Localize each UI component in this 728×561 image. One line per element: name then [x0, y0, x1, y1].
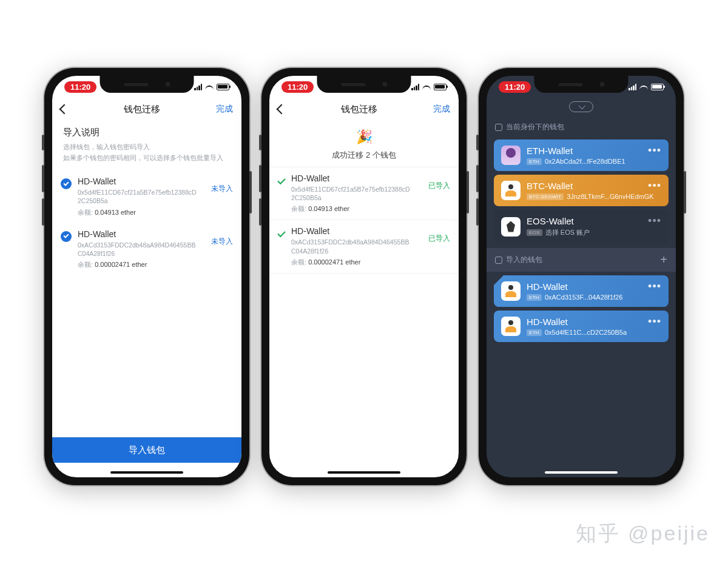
wallet-status: 已导入 — [428, 173, 450, 191]
wallet-status: 未导入 — [211, 229, 233, 247]
wallet-balance: 余额: 0.00002471 ether — [291, 258, 428, 267]
more-icon[interactable]: ••• — [648, 215, 661, 227]
wallet-address: 0xACd3153FDDC2db48aA984D46455BBC04A28f1f… — [291, 238, 413, 255]
checkmark-icon — [277, 229, 285, 237]
wallet-name: HD-Wallet — [527, 317, 661, 327]
back-icon[interactable] — [59, 104, 70, 115]
wallet-avatar — [501, 146, 521, 165]
wallet-card-eth[interactable]: ••• ETH-Wallet ETH0x2AbCda2f...fFe28dDBE… — [494, 139, 669, 171]
chain-tag: EOS — [527, 229, 542, 236]
wallet-row[interactable]: HD-Wallet 0xACd3153FDDC2db48aA984D46455B… — [269, 220, 459, 272]
chain-tag: BTC-SEGWIT — [527, 193, 564, 200]
section-header-imported: 导入的钱包 + — [487, 248, 676, 272]
status-time: 11:20 — [64, 81, 96, 93]
chain-tag: ETH — [527, 294, 542, 301]
wallet-balance: 余额: 0.00002471 ether — [78, 260, 211, 269]
wallet-name: BTC-Wallet — [527, 181, 661, 191]
home-indicator[interactable] — [328, 471, 400, 474]
wallet-balance: 余额: 0.04913 ether — [291, 204, 428, 213]
nav-title: 钱包迁移 — [341, 104, 377, 115]
wallet-status: 已导入 — [428, 226, 450, 244]
wallet-row[interactable]: HD-Wallet 0x5d4fE11CD67cf21a5B7e75efb123… — [269, 167, 459, 220]
home-indicator[interactable] — [110, 471, 183, 474]
import-wallet-button[interactable]: 导入钱包 — [52, 437, 241, 463]
wallet-address: 选择 EOS 账户 — [545, 228, 590, 237]
wallet-avatar — [501, 217, 521, 237]
status-icons — [411, 84, 447, 90]
section-title: 导入的钱包 — [506, 255, 542, 265]
section-header-identity: 当前身份下的钱包 — [487, 118, 676, 136]
wallet-balance: 余额: 0.04913 ether — [78, 208, 211, 217]
signal-icon — [629, 84, 636, 90]
chain-tag: ETH — [527, 329, 542, 336]
wallet-name: HD-Wallet — [78, 176, 211, 186]
wallet-name: HD-Wallet — [291, 173, 428, 183]
device-notch — [317, 76, 411, 93]
battery-icon — [651, 84, 664, 90]
wallet-card-btc[interactable]: ••• BTC-Wallet BTC-SEGWIT3Jnz8LTkmF...G6… — [494, 175, 669, 206]
more-icon[interactable]: ••• — [648, 315, 661, 328]
watermark: 知乎 @peijie — [576, 520, 710, 548]
wallet-name: HD-Wallet — [78, 229, 211, 239]
wallet-name: EOS-Wallet — [527, 216, 661, 226]
wallet-address: 0x2AbCda2f...fFe28dDBE1 — [545, 158, 625, 165]
section-title: 当前身份下的钱包 — [506, 122, 564, 132]
status-icons — [194, 84, 229, 90]
intro-sub1: 选择钱包，输入钱包密码导入 — [63, 142, 231, 153]
imported-icon — [495, 257, 502, 264]
done-button[interactable]: 完成 — [216, 104, 233, 115]
signal-icon — [411, 84, 419, 90]
wifi-icon — [639, 86, 648, 92]
nav-bar: 钱包迁移 完成 — [52, 98, 241, 121]
checkbox-checked-icon[interactable] — [61, 178, 72, 189]
status-icons — [629, 84, 664, 90]
confetti-icon: 🎉 — [269, 129, 459, 145]
phone-3: 11:20 当前身份下的钱包 ••• ETH-Walle — [479, 68, 684, 485]
checkbox-checked-icon[interactable] — [61, 231, 72, 242]
add-wallet-button[interactable]: + — [660, 253, 667, 267]
success-box: 🎉 成功迁移 2 个钱包 — [269, 121, 459, 167]
wallet-address: 0x5d4fE11C...cD2C250B5a — [545, 329, 627, 336]
nav-title: 钱包迁移 — [124, 104, 160, 115]
signal-icon — [194, 84, 202, 90]
nav-bar: 钱包迁移 完成 — [269, 98, 459, 121]
wifi-icon — [422, 86, 431, 92]
phone-2: 11:20 钱包迁移 完成 🎉 成功迁移 2 个钱包 — [261, 68, 467, 485]
wallet-card-hd[interactable]: ••• HD-Wallet ETH0x5d4fE11C...cD2C250B5a — [494, 311, 669, 342]
chevron-down-icon — [579, 102, 585, 109]
home-indicator[interactable] — [545, 471, 618, 474]
wallet-status: 未导入 — [211, 176, 233, 194]
wallet-avatar — [501, 181, 521, 200]
more-icon[interactable]: ••• — [648, 180, 661, 192]
device-notch — [534, 76, 629, 93]
wallet-card-eos[interactable]: ••• EOS-Wallet EOS选择 EOS 账户 — [494, 210, 669, 243]
status-time: 11:20 — [499, 81, 531, 93]
more-icon[interactable]: ••• — [648, 144, 661, 157]
intro-heading: 导入说明 — [63, 127, 231, 138]
wallet-address: 0x5d4fE11CD67cf21a5B7e75efb12388cD2C250B… — [291, 185, 413, 202]
canvas: 11:20 钱包迁移 完成 导入说明 选择钱包，输入钱包密码导入 如果多个钱包的… — [0, 0, 728, 561]
more-icon[interactable]: ••• — [648, 280, 661, 293]
done-button[interactable]: 完成 — [433, 104, 450, 115]
success-text: 成功迁移 2 个钱包 — [269, 150, 459, 161]
back-icon[interactable] — [277, 104, 287, 115]
wallet-row[interactable]: HD-Wallet 0x5d4fE11CD67cf21a5B7e75efb123… — [52, 170, 241, 223]
wallet-address: 0x5d4fE11CD67cf21a5B7e75efb12388cD2C250B… — [78, 188, 199, 205]
wallet-address: 0xACd3153FDDC2db48aA984D46455BBC04A28f1f… — [78, 241, 199, 258]
pull-tab[interactable] — [569, 101, 593, 112]
phone-1: 11:20 钱包迁移 完成 导入说明 选择钱包，输入钱包密码导入 如果多个钱包的… — [44, 68, 249, 485]
wallet-address: 0xACd3153F...04A28f1f26 — [545, 294, 622, 301]
wifi-icon — [205, 86, 214, 92]
wallet-row[interactable]: HD-Wallet 0xACd3153FDDC2db48aA984D46455B… — [52, 223, 241, 275]
wallet-avatar — [501, 281, 521, 301]
wallet-avatar — [501, 317, 521, 336]
device-notch — [100, 76, 194, 93]
wallet-name: ETH-Wallet — [527, 146, 661, 156]
identity-icon — [495, 124, 502, 131]
wallet-card-hd[interactable]: ••• HD-Wallet ETH0xACd3153F...04A28f1f26 — [494, 275, 669, 307]
battery-icon — [434, 84, 447, 90]
wallet-name: HD-Wallet — [291, 226, 428, 236]
wallet-name: HD-Wallet — [527, 281, 661, 292]
intro-sub2: 如果多个钱包的密码相同，可以选择多个钱包批量导入 — [63, 153, 231, 164]
chain-tag: ETH — [527, 158, 542, 165]
